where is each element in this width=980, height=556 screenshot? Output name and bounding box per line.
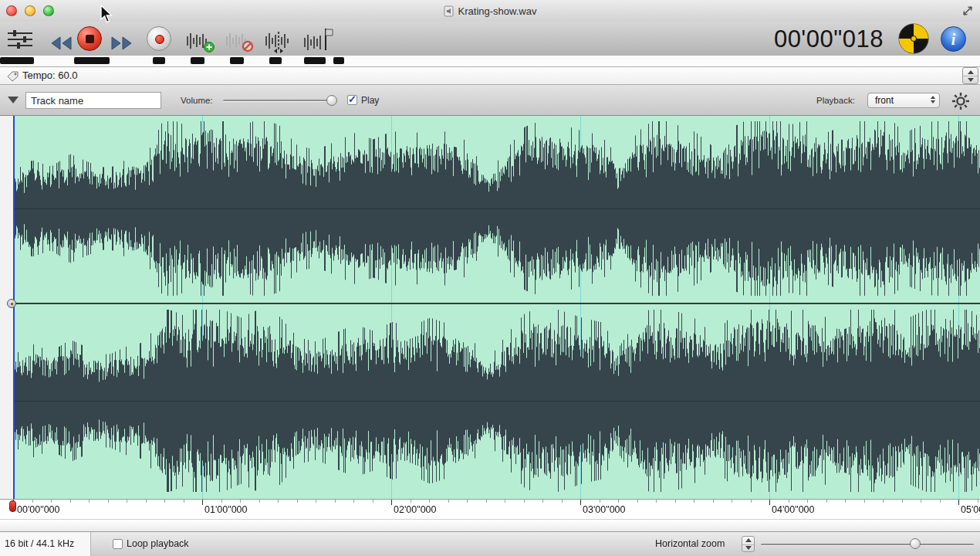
title-group: Krating-show.wav	[0, 0, 980, 22]
ruler-minor-tick	[221, 500, 222, 503]
waveform-area[interactable]	[0, 116, 980, 499]
ruler-minor-tick	[845, 500, 846, 503]
playback-dropdown[interactable]: front	[867, 93, 940, 108]
loop-playback-label: Loop playback	[127, 532, 189, 556]
toolbar-overflow-strip	[0, 56, 980, 66]
channel-divider-knob[interactable]	[7, 299, 16, 308]
zoom-slider-track[interactable]	[761, 544, 974, 546]
ruler-label: 01'00"000	[204, 504, 248, 515]
up-arrow-icon	[745, 538, 752, 542]
tracks-button[interactable]	[6, 25, 35, 54]
ruler-minor-tick	[675, 500, 676, 503]
ruler-major-tick	[769, 500, 770, 505]
track-settings-button[interactable]	[951, 91, 972, 111]
waveform-canvas[interactable]	[13, 116, 980, 499]
ruler-minor-tick	[978, 500, 978, 503]
playback-dropdown-value: front	[875, 93, 894, 108]
ruler-minor-tick	[789, 500, 789, 503]
format-text: 16 bit / 44.1 kHz	[5, 532, 74, 556]
play-label: Play	[361, 85, 379, 116]
app-window: Krating-show.wav	[0, 0, 980, 556]
document-icon	[444, 5, 454, 17]
play-checkbox[interactable]	[347, 95, 357, 105]
time-display: 00'00"018	[725, 22, 884, 56]
overflow-mark	[74, 57, 110, 64]
playhead-pin[interactable]	[9, 500, 16, 512]
record-button[interactable]	[147, 25, 173, 52]
zoom-in-button[interactable]	[742, 537, 754, 544]
scroll-down-button[interactable]	[963, 76, 978, 83]
scroll-up-button[interactable]	[963, 68, 978, 76]
rewind-icon	[48, 36, 74, 51]
insert-audio-icon	[185, 30, 215, 53]
volume-label: Volume:	[181, 85, 213, 116]
fast-forward-icon	[109, 36, 135, 51]
record-icon	[147, 26, 171, 51]
ruler-minor-tick	[278, 500, 279, 503]
track-list-icon	[6, 29, 35, 50]
dropdown-arrows-icon	[931, 96, 935, 103]
ruler-minor-tick	[486, 500, 487, 503]
ruler-minor-tick	[524, 500, 525, 503]
overflow-mark	[333, 57, 344, 64]
track-name-input[interactable]	[25, 92, 161, 109]
rewind-button[interactable]	[48, 29, 74, 58]
ruler-minor-tick	[921, 500, 921, 503]
zoom-slider-knob[interactable]	[910, 538, 921, 549]
info-button[interactable]: i	[941, 26, 966, 52]
tempo-label: Tempo: 60.0	[22, 67, 78, 84]
ruler-minor-tick	[70, 500, 71, 503]
hazard-wheel-icon	[898, 23, 929, 54]
ruler-minor-tick	[864, 500, 865, 503]
overflow-mark	[153, 57, 165, 64]
volume-slider-track[interactable]	[223, 100, 333, 102]
ruler-minor-tick	[637, 500, 638, 503]
down-arrow-icon	[968, 78, 974, 82]
ruler-minor-tick	[335, 500, 336, 503]
stop-icon	[77, 26, 102, 51]
overflow-mark	[0, 57, 34, 64]
horizontal-zoom-label: Horizontal zoom	[655, 532, 725, 556]
ruler-major-tick	[202, 500, 203, 505]
ruler-minor-tick	[297, 500, 298, 503]
playback-label: Playback:	[816, 85, 855, 116]
split-audio-icon	[264, 30, 293, 53]
fast-forward-button[interactable]	[109, 29, 135, 58]
ruler-minor-tick	[51, 500, 52, 503]
timeline-ruler[interactable]: 00'00"00001'00"00002'00"00003'00"00004'0…	[0, 499, 980, 519]
horizontal-scrollbar-track[interactable]	[0, 519, 980, 531]
ruler-minor-tick	[618, 500, 619, 503]
track-scroll-stepper	[962, 67, 978, 84]
ruler-minor-tick	[656, 500, 657, 503]
volume-slider-knob[interactable]	[326, 95, 337, 106]
track-header: Volume: Play Playback: front	[0, 85, 980, 116]
ruler-label: 00'00"000	[17, 504, 60, 515]
ruler-minor-tick	[411, 500, 411, 503]
stop-button[interactable]	[77, 25, 103, 52]
overflow-mark	[304, 57, 326, 64]
ruler-minor-tick	[883, 500, 884, 503]
resize-icon[interactable]	[961, 5, 974, 17]
loop-playback-checkbox[interactable]	[113, 539, 123, 549]
marker-button[interactable]	[302, 25, 333, 55]
busy-indicator-button[interactable]	[898, 23, 929, 53]
ruler-minor-tick	[89, 500, 90, 503]
title-bar: Krating-show.wav	[0, 0, 980, 22]
overflow-mark	[230, 57, 244, 64]
gear-icon	[951, 92, 970, 110]
delete-button	[225, 27, 254, 56]
ruler-minor-tick	[562, 500, 563, 503]
disclosure-triangle-icon[interactable]	[8, 97, 19, 103]
ruler-minor-tick	[542, 500, 543, 503]
ruler-minor-tick	[505, 500, 505, 503]
ruler-minor-tick	[429, 500, 430, 503]
toolbar: 00'00"018 i	[0, 22, 980, 56]
ruler-major-tick	[580, 500, 581, 505]
insert-button[interactable]	[185, 27, 215, 56]
ruler-minor-tick	[732, 500, 732, 503]
ruler-minor-tick	[373, 500, 373, 503]
split-button[interactable]	[264, 27, 293, 56]
ruler-minor-tick	[448, 500, 449, 503]
zoom-out-button[interactable]	[742, 544, 754, 552]
ruler-minor-tick	[32, 500, 33, 503]
